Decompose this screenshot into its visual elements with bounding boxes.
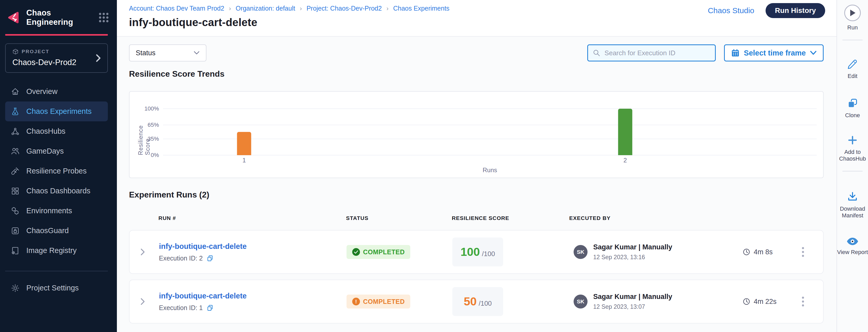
- column-header-run: RUN #: [158, 215, 176, 221]
- breadcrumb-chaos-experiments[interactable]: Chaos Experiments: [393, 5, 450, 12]
- chart-gridline: [163, 155, 817, 155]
- copy-icon[interactable]: [207, 304, 214, 311]
- expand-chevron-icon[interactable]: [140, 297, 146, 306]
- project-selector[interactable]: PROJECT Chaos-Dev-Prod2: [5, 43, 108, 73]
- sidebar-item-chaos-dashboards[interactable]: Chaos Dashboards: [5, 181, 108, 201]
- chart-ytick-label: 65%: [148, 122, 159, 128]
- chart-ytick-label: 100%: [145, 105, 159, 112]
- score-max: /100: [478, 299, 492, 307]
- executed-on-date: 12 Sep 2023, 13:07: [593, 303, 672, 310]
- sidebar-item-gamedays[interactable]: GameDays: [5, 141, 108, 161]
- score-value: 50: [464, 295, 476, 308]
- time-frame-dropdown[interactable]: Select time frame: [724, 44, 824, 61]
- run-duration: 4m 8s: [742, 248, 773, 256]
- sidebar-item-chaos-experiments[interactable]: Chaos Experiments: [5, 101, 108, 121]
- column-header-status: STATUS: [346, 215, 368, 221]
- chart-bar-run-2[interactable]: [618, 109, 632, 155]
- sidebar-item-chaoshubs[interactable]: ChaosHubs: [5, 121, 108, 141]
- chart-x-axis-title: Runs: [163, 167, 817, 174]
- run-history-button[interactable]: Run History: [766, 3, 825, 18]
- run-button[interactable]: [844, 5, 861, 21]
- status-text: COMPLETED: [363, 298, 405, 305]
- sidebar-item-resilience-probes[interactable]: Resilience Probes: [5, 161, 108, 181]
- page-title: infy-boutique-cart-delete: [129, 16, 826, 29]
- chevron-right-icon: [95, 54, 102, 62]
- clock-icon: [742, 297, 751, 306]
- breadcrumb-project[interactable]: Project: Chaos-Dev-Prod2: [307, 5, 382, 12]
- table-header-row: RUN # STATUS RESILIENCE SCORE EXECUTED B…: [129, 215, 824, 223]
- project-cube-icon: [12, 49, 19, 55]
- add-to-chaoshub-button[interactable]: Add to ChaosHub: [837, 135, 868, 162]
- execution-search: [587, 44, 716, 61]
- table-row[interactable]: infy-boutique-cart-delete Execution ID: …: [129, 230, 824, 274]
- brand-title: Chaos Engineering: [26, 8, 93, 27]
- chevron-down-icon: [810, 51, 817, 55]
- table-row[interactable]: infy-boutique-cart-delete Execution ID: …: [129, 280, 824, 324]
- breadcrumb-separator-icon: ›: [386, 5, 389, 12]
- run-duration: 4m 22s: [742, 297, 777, 306]
- avatar: SK: [574, 295, 588, 308]
- module-grid-icon[interactable]: [98, 12, 109, 23]
- chart-bar-run-1[interactable]: [237, 132, 251, 155]
- run-name-link[interactable]: infy-boutique-cart-delete: [159, 242, 247, 251]
- hexagons-icon: [11, 207, 20, 215]
- sidebar-item-label: Resilience Probes: [26, 167, 87, 175]
- pencil-icon: [847, 58, 858, 70]
- dashboard-grid-icon: [11, 187, 20, 195]
- page-header: Account: Chaos Dev Team Prod2 › Organiza…: [117, 0, 837, 37]
- copy-icon[interactable]: [207, 254, 214, 262]
- project-name: Chaos-Dev-Prod2: [12, 58, 101, 67]
- expand-chevron-icon[interactable]: [140, 248, 146, 256]
- avatar: SK: [574, 245, 588, 259]
- sidebar-divider: [5, 271, 108, 271]
- resilience-score: 100 /100: [452, 238, 503, 266]
- project-label: PROJECT: [22, 49, 49, 55]
- sidebar-item-label: ChaosHubs: [26, 127, 66, 135]
- row-menu-kebab-icon[interactable]: [800, 245, 806, 259]
- flask-icon: [11, 107, 20, 116]
- breadcrumb-organization[interactable]: Organization: default: [236, 5, 295, 12]
- chart-xtick-label: 2: [623, 157, 627, 164]
- sidebar-item-label: GameDays: [26, 147, 64, 155]
- sidebar-item-chaosguard[interactable]: ChaosGuard: [5, 221, 108, 241]
- search-input[interactable]: [604, 49, 710, 57]
- resilience-score: 50 /100: [452, 287, 503, 316]
- run-name-link[interactable]: infy-boutique-cart-delete: [159, 292, 247, 300]
- lock-icon: [11, 227, 20, 235]
- clone-button[interactable]: Clone: [845, 98, 860, 119]
- sidebar-item-label: Chaos Experiments: [26, 107, 92, 116]
- chaos-studio-link[interactable]: Chaos Studio: [708, 6, 754, 15]
- chart-gridline: [163, 109, 817, 109]
- download-icon: [847, 191, 858, 202]
- view-report-button[interactable]: View Report: [837, 237, 868, 255]
- rail-divider: [842, 171, 863, 172]
- home-icon: [11, 87, 20, 96]
- sidebar-item-project-settings[interactable]: Project Settings: [5, 278, 108, 298]
- executed-by-name: Sagar Kumar | Manually: [593, 293, 672, 301]
- clock-icon: [742, 248, 751, 256]
- action-rail: Run Edit Clone Add to ChaosHub Download …: [837, 0, 868, 332]
- column-header-resilience-score: RESILIENCE SCORE: [452, 215, 509, 221]
- chart-ytick-label: 0%: [151, 152, 159, 158]
- execution-id: Execution ID: 1: [159, 304, 203, 311]
- download-manifest-button[interactable]: Download Manifest: [837, 191, 868, 219]
- chart-xticks: 12: [163, 157, 817, 165]
- plus-icon: [847, 135, 858, 146]
- chart-y-axis-title: Resilience Score: [137, 109, 151, 155]
- chart-plot: 0%35%65%100%: [163, 109, 817, 155]
- sidebar-item-environments[interactable]: Environments: [5, 201, 108, 221]
- sidebar-nav: Overview Chaos Experiments ChaosHubs Gam…: [5, 82, 108, 261]
- resilience-trends-title: Resilience Score Trends: [129, 69, 824, 79]
- experiment-runs-table: RUN # STATUS RESILIENCE SCORE EXECUTED B…: [129, 215, 824, 324]
- breadcrumb-account[interactable]: Account: Chaos Dev Team Prod2: [129, 5, 224, 12]
- status-filter-dropdown[interactable]: Status: [129, 44, 207, 61]
- registry-file-gear-icon: [11, 246, 20, 255]
- clone-copy-icon: [847, 98, 858, 109]
- edit-button[interactable]: Edit: [847, 58, 858, 80]
- sidebar-item-image-registry[interactable]: Image Registry: [5, 241, 108, 261]
- executed-by-name: Sagar Kumar | Manually: [593, 243, 672, 251]
- row-menu-kebab-icon[interactable]: [800, 295, 806, 308]
- eye-icon: [846, 237, 859, 246]
- executed-by-block: SK Sagar Kumar | Manually 12 Sep 2023, 1…: [574, 293, 672, 310]
- sidebar-item-overview[interactable]: Overview: [5, 82, 108, 101]
